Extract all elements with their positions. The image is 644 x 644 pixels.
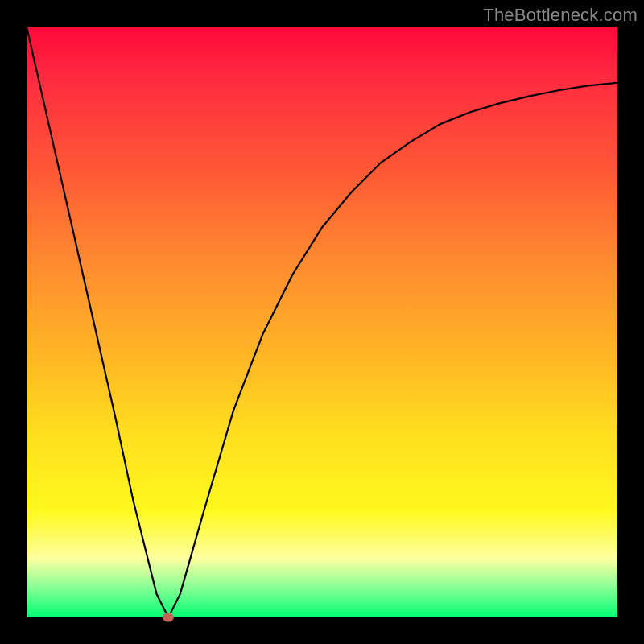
curve-path [27,27,617,617]
plot-area [27,27,617,617]
curve-svg [27,27,617,617]
chart-canvas: TheBottleneck.com [0,0,644,644]
minimum-marker [163,613,174,622]
watermark-text: TheBottleneck.com [483,5,638,26]
